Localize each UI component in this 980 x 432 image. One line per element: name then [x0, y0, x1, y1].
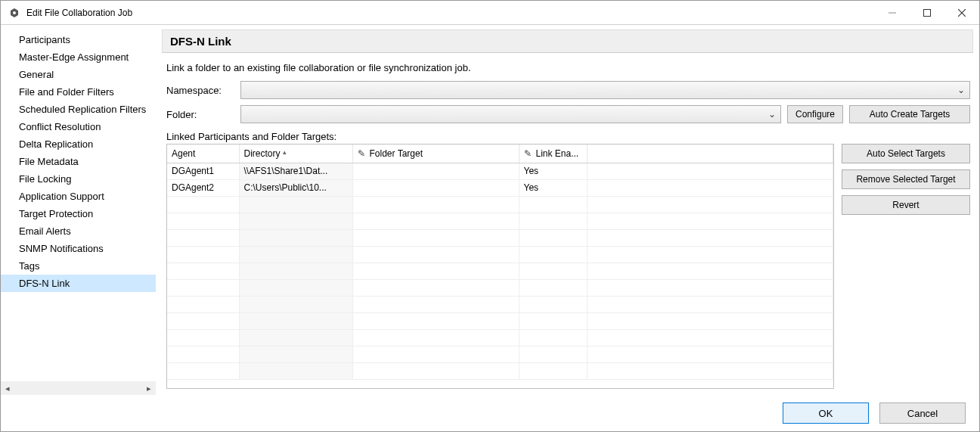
sidebar-item-file-folder-filters[interactable]: File and Folder Filters: [1, 83, 156, 101]
table-area: Agent Directory ▴ ✎Folder Target ✎Link E…: [166, 144, 970, 389]
dialog-body: Participants Master-Edge Assignment Gene…: [1, 25, 979, 395]
chevron-down-icon: ⌄: [765, 109, 779, 120]
cell-directory: \\AFS1\Share1\Dat...: [239, 163, 352, 179]
sidebar-item-scheduled-replication-filters[interactable]: Scheduled Replication Filters: [1, 101, 156, 118]
sidebar-scrollbar[interactable]: ◂ ▸: [1, 381, 156, 395]
table-row-empty: [167, 312, 833, 329]
cell-folder-target[interactable]: [352, 179, 519, 196]
sidebar-item-snmp-notifications[interactable]: SNMP Notifications: [1, 240, 156, 257]
namespace-row: Namespace: ⌄: [166, 81, 970, 99]
window-title: Edit File Collaboration Job: [26, 8, 875, 18]
chevron-down-icon: ⌄: [954, 85, 968, 95]
cell-folder-target[interactable]: [352, 163, 519, 179]
ok-button[interactable]: OK: [783, 402, 869, 424]
table-row-empty: [167, 229, 833, 246]
sidebar-item-file-metadata[interactable]: File Metadata: [1, 153, 156, 170]
sidebar-item-conflict-resolution[interactable]: Conflict Resolution: [1, 118, 156, 135]
table-row-empty: [167, 279, 833, 296]
dialog-footer: OK Cancel: [1, 395, 979, 431]
table-row-empty: [167, 362, 833, 379]
scroll-left-icon[interactable]: ◂: [1, 384, 14, 393]
sidebar-item-master-edge-assignment[interactable]: Master-Edge Assignment: [1, 48, 156, 66]
window-controls: [875, 1, 979, 24]
pencil-icon: ✎: [358, 148, 367, 159]
cell-directory: C:\Users\Public\10...: [239, 179, 352, 196]
table-row[interactable]: DGAgent2 C:\Users\Public\10... Yes: [167, 179, 833, 196]
svg-rect-3: [924, 9, 931, 16]
col-agent[interactable]: Agent: [167, 145, 239, 163]
pencil-icon: ✎: [524, 148, 533, 159]
table-row-empty: [167, 296, 833, 312]
revert-button[interactable]: Revert: [842, 195, 970, 215]
table-row-empty: [167, 246, 833, 263]
remove-selected-target-button[interactable]: Remove Selected Target: [842, 169, 970, 189]
scroll-track[interactable]: [14, 382, 142, 394]
table-row-empty: [167, 196, 833, 213]
col-link-enabled[interactable]: ✎Link Ena...: [519, 145, 587, 163]
table-row-empty: [167, 329, 833, 346]
svg-point-1: [13, 11, 16, 14]
configure-button[interactable]: Configure: [787, 105, 843, 123]
cell-blank: [587, 179, 833, 196]
close-button[interactable]: [944, 1, 979, 24]
cell-link-enabled[interactable]: Yes: [519, 179, 587, 196]
cell-agent: DGAgent2: [167, 179, 239, 196]
titlebar: Edit File Collaboration Job: [1, 1, 979, 25]
cell-link-enabled[interactable]: Yes: [519, 163, 587, 179]
col-folder-target[interactable]: ✎Folder Target: [352, 145, 519, 163]
scroll-right-icon[interactable]: ▸: [142, 384, 156, 393]
sidebar-item-application-support[interactable]: Application Support: [1, 188, 156, 205]
cell-blank: [587, 163, 833, 179]
table-row-empty: [167, 213, 833, 229]
dialog-window: Edit File Collaboration Job Participants…: [0, 0, 980, 432]
nav-list: Participants Master-Edge Assignment Gene…: [1, 25, 156, 381]
sidebar-item-tags[interactable]: Tags: [1, 257, 156, 275]
sort-asc-icon: ▴: [283, 148, 287, 156]
side-buttons: Auto Select Targets Remove Selected Targ…: [842, 144, 970, 389]
folder-label: Folder:: [166, 109, 234, 120]
participants-table: Agent Directory ▴ ✎Folder Target ✎Link E…: [166, 144, 834, 389]
folder-row: Folder: ⌄ Configure Auto Create Targets: [166, 105, 970, 123]
cell-agent: DGAgent1: [167, 163, 239, 179]
table-row-empty: [167, 263, 833, 279]
minimize-button[interactable]: [875, 1, 910, 24]
instruction-text: Link a folder to an existing file collab…: [166, 62, 970, 73]
sidebar-item-email-alerts[interactable]: Email Alerts: [1, 222, 156, 240]
table-header-row: Agent Directory ▴ ✎Folder Target ✎Link E…: [167, 145, 833, 163]
auto-create-targets-button[interactable]: Auto Create Targets: [849, 105, 970, 123]
cancel-button[interactable]: Cancel: [879, 402, 966, 424]
sidebar-item-target-protection[interactable]: Target Protection: [1, 205, 156, 222]
col-directory[interactable]: Directory ▴: [239, 145, 352, 163]
sidebar-item-dfs-n-link[interactable]: DFS-N Link: [1, 275, 156, 292]
namespace-combo[interactable]: ⌄: [240, 81, 970, 99]
content-header: DFS-N Link: [162, 30, 973, 53]
maximize-button[interactable]: [910, 1, 944, 24]
sidebar: Participants Master-Edge Assignment Gene…: [1, 25, 156, 395]
table-row[interactable]: DGAgent1 \\AFS1\Share1\Dat... Yes: [167, 163, 833, 179]
namespace-label: Namespace:: [166, 85, 234, 96]
auto-select-targets-button[interactable]: Auto Select Targets: [842, 144, 970, 163]
app-icon: [8, 7, 20, 19]
sidebar-item-general[interactable]: General: [1, 66, 156, 83]
sidebar-item-participants[interactable]: Participants: [1, 31, 156, 48]
sidebar-item-file-locking[interactable]: File Locking: [1, 170, 156, 188]
folder-combo[interactable]: ⌄: [240, 105, 781, 123]
linked-participants-label: Linked Participants and Folder Targets:: [166, 131, 970, 142]
col-blank: [587, 145, 833, 163]
content-pane: DFS-N Link Link a folder to an existing …: [156, 25, 979, 395]
content-inner: Link a folder to an existing file collab…: [156, 53, 979, 395]
page-title: DFS-N Link: [170, 35, 965, 48]
table-row-empty: [167, 346, 833, 362]
sidebar-item-delta-replication[interactable]: Delta Replication: [1, 135, 156, 153]
